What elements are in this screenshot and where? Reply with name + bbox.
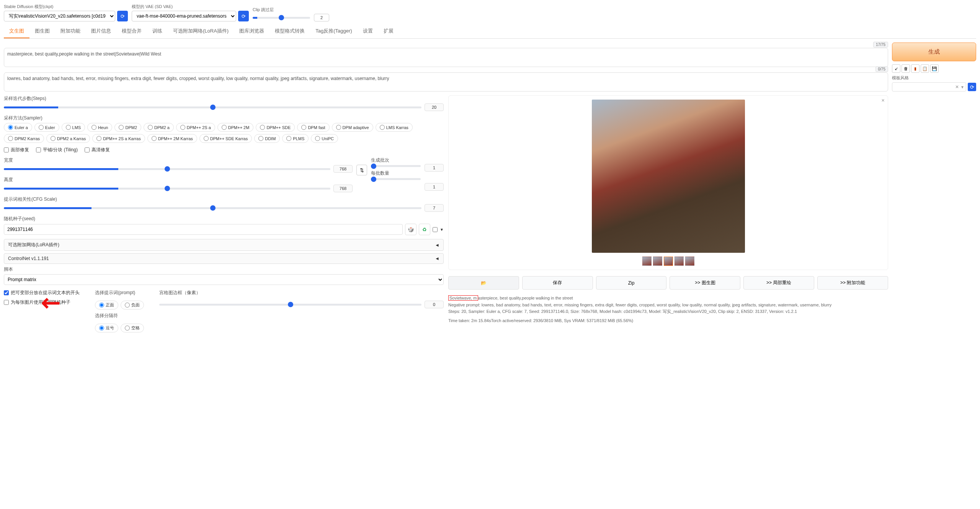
save-icon[interactable]: 💾 <box>930 64 939 73</box>
sampler-lms-karras[interactable]: LMS Karras <box>376 123 413 132</box>
sampler-unipc[interactable]: UniPC <box>311 134 338 143</box>
trash-icon[interactable]: 🗑 <box>902 64 910 73</box>
tab-11[interactable]: 扩展 <box>378 25 399 38</box>
height-slider[interactable] <box>4 188 330 190</box>
cfg-slider[interactable] <box>4 207 421 209</box>
face-restore-check[interactable] <box>4 147 9 152</box>
tab-10[interactable]: 设置 <box>358 25 378 38</box>
seed-extra[interactable] <box>433 227 438 232</box>
sampler-dpm-fast[interactable]: DPM fast <box>297 123 329 132</box>
sampler-dpm---2m-karras[interactable]: DPM++ 2M Karras <box>147 134 197 143</box>
tab-2[interactable]: 附加功能 <box>55 25 86 38</box>
steps-value[interactable]: 20 <box>425 103 444 111</box>
thumb-0[interactable] <box>642 257 652 266</box>
sampler-dpm2-a[interactable]: DPM2 a <box>144 123 174 132</box>
sampler-plms[interactable]: PLMS <box>282 134 309 143</box>
width-slider[interactable] <box>4 168 330 170</box>
thumb-1[interactable] <box>653 257 662 266</box>
sampler-euler-a[interactable]: Euler a <box>4 123 32 132</box>
seed-dice[interactable]: 🎲 <box>405 224 416 235</box>
batchsize-slider[interactable] <box>371 178 421 180</box>
margin-slider[interactable] <box>159 304 421 306</box>
to-img2img[interactable]: >> 图生图 <box>670 276 740 290</box>
generate-button[interactable]: 生成 <box>892 43 976 61</box>
sampler-dpm---2s-a[interactable]: DPM++ 2S a <box>176 123 215 132</box>
steps-slider[interactable] <box>4 106 421 108</box>
steps-label: 采样迭代步数(Steps) <box>4 95 444 102</box>
tab-9[interactable]: Tag反推(Tagger) <box>310 25 357 38</box>
sampler-dpm---2m[interactable]: DPM++ 2M <box>217 123 254 132</box>
sampler-dpm---sde[interactable]: DPM++ SDE <box>256 123 295 132</box>
tab-1[interactable]: 图生图 <box>29 25 55 38</box>
thumb-2[interactable] <box>664 257 673 266</box>
sampler-dpm2-a-karras[interactable]: DPM2 a Karras <box>46 134 90 143</box>
tab-8[interactable]: 模型格式转换 <box>270 25 310 38</box>
clip-value[interactable]: 2 <box>314 14 329 21</box>
style-clear[interactable]: ✕ <box>955 84 959 90</box>
style-chevron[interactable]: ▼ <box>960 85 964 89</box>
hires-check[interactable] <box>85 147 90 152</box>
sampler-dpm-adaptive[interactable]: DPM adaptive <box>332 123 373 132</box>
close-output[interactable]: ✕ <box>881 98 885 103</box>
thumb-4[interactable] <box>685 257 694 266</box>
main-tabs: 文生图图生图附加功能图片信息模型合并训练可选附加网络(LoRA插件)图库浏览器模… <box>4 25 976 39</box>
sampler-heun[interactable]: Heun <box>87 123 112 132</box>
seed-recycle[interactable]: ♻ <box>419 224 430 235</box>
clipboard-icon[interactable]: 📋 <box>921 64 929 73</box>
clip-slider[interactable] <box>253 17 310 19</box>
controlnet-accordion[interactable]: ControlNet v1.1.191◄ <box>4 253 444 264</box>
batchcount-slider[interactable] <box>371 165 421 167</box>
bookmark-icon[interactable]: ▮ <box>911 64 920 73</box>
negative-prompt[interactable]: lowres, bad anatomy, bad hands, text, er… <box>4 72 888 92</box>
tab-4[interactable]: 模型合并 <box>116 25 147 38</box>
neg-token-count: 0/75 <box>875 66 888 72</box>
sampler-dpm---sde-karras[interactable]: DPM++ SDE Karras <box>199 134 252 143</box>
save-btn[interactable]: 保存 <box>522 276 593 290</box>
to-inpaint[interactable]: >> 局部重绘 <box>743 276 814 290</box>
highlight-keyword: Sovietwave, m <box>448 295 478 301</box>
style-label: 模板风格 <box>892 75 976 81</box>
tab-0[interactable]: 文生图 <box>4 25 29 38</box>
info-neg: Negative prompt: lowres, bad anatomy, ba… <box>448 302 888 309</box>
swap-dims[interactable]: ⇅ <box>356 165 367 175</box>
lora-accordion[interactable]: 可选附加网络(LoRA插件)◄ <box>4 239 444 251</box>
zip-btn[interactable]: Zip <box>596 276 667 290</box>
arrow-icon[interactable]: ↙ <box>892 64 900 73</box>
sampler-dpm---2s-a-karras[interactable]: DPM++ 2S a Karras <box>92 134 145 143</box>
pos-token-count: 17/75 <box>873 42 888 47</box>
clip-label: Clip 跳过层 <box>253 7 329 13</box>
tab-7[interactable]: 图库浏览器 <box>234 25 270 38</box>
sampler-ddim[interactable]: DDIM <box>254 134 280 143</box>
tab-6[interactable]: 可选附加网络(LoRA插件) <box>168 25 234 38</box>
vae-refresh[interactable]: ⟳ <box>238 11 249 21</box>
output-image[interactable] <box>592 100 745 253</box>
open-folder[interactable]: 📂 <box>448 276 519 290</box>
sampler-label: 采样方法(Sampler) <box>4 115 444 121</box>
thumb-3[interactable] <box>675 257 684 266</box>
model-label: Stable Diffusion 模型(ckpt) <box>4 4 128 10</box>
model-select[interactable]: 写实\realisticVisionV20_v20.safetensors [c… <box>4 11 115 21</box>
sampler-dpm2[interactable]: DPM2 <box>114 123 141 132</box>
script-select[interactable]: Prompt matrix <box>4 274 444 285</box>
positive-prompt[interactable]: masterpiece, best quality,people walking… <box>4 48 888 67</box>
info-time: Time taken: 2m 15.84sTorch active/reserv… <box>448 318 888 324</box>
sampler-dpm2-karras[interactable]: DPM2 Karras <box>4 134 44 143</box>
seed-input[interactable] <box>4 224 403 235</box>
put-start-check[interactable] <box>4 290 9 295</box>
tiling-check[interactable] <box>36 147 41 152</box>
sampler-euler[interactable]: Euler <box>34 123 59 132</box>
style-refresh[interactable]: ⟳ <box>968 83 976 91</box>
vae-label: 模型的 VAE (SD VAE) <box>132 4 249 10</box>
tab-3[interactable]: 图片信息 <box>86 25 116 38</box>
vae-select[interactable]: vae-ft-mse-840000-ema-pruned.safetensors <box>132 11 236 21</box>
to-extras[interactable]: >> 附加功能 <box>817 276 888 290</box>
sampler-lms[interactable]: LMS <box>62 123 85 132</box>
diff-seed-check[interactable] <box>4 300 9 305</box>
info-params: Steps: 20, Sampler: Euler a, CFG scale: … <box>448 308 888 315</box>
model-refresh[interactable]: ⟳ <box>117 11 128 21</box>
tab-5[interactable]: 训练 <box>147 25 168 38</box>
